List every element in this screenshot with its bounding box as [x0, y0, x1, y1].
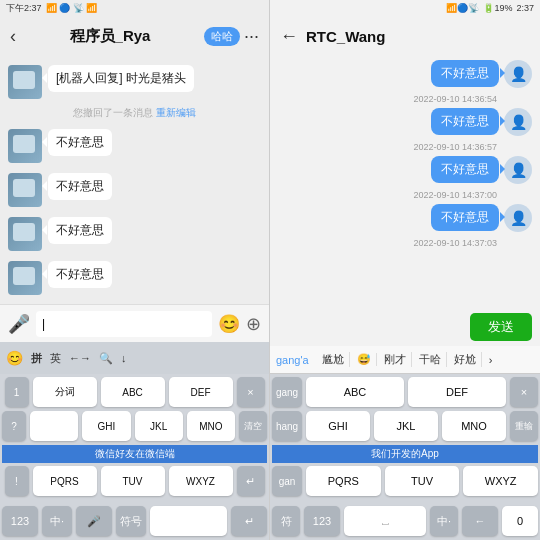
r-key-pqrs[interactable]: PQRS — [306, 466, 381, 496]
kb-row-3: ! PQRS TUV WXYZ ↵ — [2, 466, 267, 496]
r-key-abc[interactable]: ABC — [306, 377, 404, 407]
r-key-wxyz[interactable]: WXYZ — [463, 466, 538, 496]
left-chat-title: 程序员_Rya — [16, 27, 204, 46]
message-bubble: 不好意思 — [48, 129, 112, 156]
key-mno[interactable]: MNO — [187, 411, 235, 441]
kb-toolbar: 😊 拼 英 ←→ 🔍 ↓ — [0, 342, 269, 374]
message-bubble: 不好意思 — [48, 217, 112, 244]
kb-bottom-row: 123 中· 🎤 符号 ↵ — [0, 503, 269, 540]
key-empty[interactable] — [30, 411, 78, 441]
key-ghi[interactable]: GHI — [82, 411, 130, 441]
key-123[interactable]: 123 — [2, 506, 38, 536]
avatar: 👤 — [504, 60, 532, 88]
avatar — [8, 65, 42, 99]
message-timestamp: 2022-09-10 14:36:54 — [278, 94, 532, 104]
recall-notice: 您撤回了一条消息 重新编辑 — [0, 104, 269, 124]
key-q[interactable]: ? — [2, 411, 26, 441]
key-lang[interactable]: 中· — [42, 506, 72, 536]
table-row: [机器人回复] 时光是猪头 — [0, 60, 269, 104]
right-signal: 📶🔵📡 — [446, 3, 479, 13]
key-def[interactable]: DEF — [169, 377, 233, 407]
key-1[interactable]: 1 — [5, 377, 29, 407]
r-key-jkl[interactable]: JKL — [374, 411, 438, 441]
re-edit-link[interactable]: 重新编辑 — [156, 107, 196, 118]
message-bubble: [机器人回复] 时光是猪头 — [48, 65, 194, 92]
suggestion-ganha[interactable]: 干哈 — [414, 352, 447, 367]
key-exclaim[interactable]: ! — [5, 466, 29, 496]
kb-toolbar-search[interactable]: 🔍 — [99, 352, 113, 365]
left-tip-row: 微信好友在微信端 — [2, 445, 267, 463]
r-key-reset[interactable]: 重输 — [510, 411, 538, 441]
r-key-lang[interactable]: 中· — [430, 506, 458, 536]
right-chat-header: ← RTC_Wang — [270, 16, 540, 54]
key-clear[interactable]: 清空 — [239, 411, 267, 441]
table-row: 不好意思 — [0, 124, 269, 168]
kb-toolbar-pinyin[interactable]: 拼 — [31, 351, 42, 366]
suggestion-gangcai[interactable]: 刚才 — [379, 352, 412, 367]
suggestion-haoga[interactable]: 好尬 — [449, 352, 482, 367]
r-key-sym[interactable]: 符 — [272, 506, 300, 536]
kb-toolbar-down[interactable]: ↓ — [121, 352, 127, 364]
avatar: 👤 — [504, 108, 532, 136]
suggestion-ganga[interactable]: 尴尬 — [317, 352, 350, 367]
avatar — [8, 217, 42, 251]
right-status-time: 2:37 — [516, 3, 534, 13]
key-space[interactable] — [150, 506, 227, 536]
table-row: 不好意思 — [0, 256, 269, 300]
suggestion-emoji[interactable]: 😅 — [352, 353, 377, 366]
kb-toolbar-move[interactable]: ←→ — [69, 352, 91, 364]
kb-toolbar-emoji[interactable]: 😊 — [6, 350, 23, 366]
message-timestamp: 2022-09-10 14:37:00 — [278, 190, 532, 200]
send-button[interactable]: 发送 — [470, 313, 532, 341]
key-wxyz[interactable]: WXYZ — [169, 466, 233, 496]
message-input[interactable] — [36, 311, 212, 337]
r-key-backspace[interactable]: × — [510, 377, 538, 407]
message-bubble: 不好意思 — [48, 173, 112, 200]
key-sym[interactable]: 符号 — [116, 506, 146, 536]
haha-bubble[interactable]: 哈哈 — [204, 27, 240, 46]
key-return[interactable]: ↵ — [231, 506, 267, 536]
avatar — [8, 129, 42, 163]
right-kb-row-3: gan PQRS TUV WXYZ — [272, 466, 538, 496]
key-abc[interactable]: ABC — [101, 377, 165, 407]
r-key-enter[interactable]: ← — [462, 506, 498, 536]
left-status-time: 下午2:37 — [6, 2, 42, 15]
left-messages-list: [机器人回复] 时光是猪头 您撤回了一条消息 重新编辑 不好意思 不好意思 — [0, 54, 269, 304]
table-row: 不好意思 👤 — [278, 204, 532, 232]
right-back-icon[interactable]: ← — [280, 26, 298, 47]
r-key-ghi[interactable]: GHI — [306, 411, 370, 441]
message-bubble: 不好意思 — [48, 261, 112, 288]
key-pqrs[interactable]: PQRS — [33, 466, 97, 496]
r-key-tuv[interactable]: TUV — [385, 466, 460, 496]
suggestion-more[interactable]: › — [484, 354, 498, 366]
table-row: 不好意思 👤 — [278, 60, 532, 88]
key-mic[interactable]: 🎤 — [76, 506, 112, 536]
key-jkl[interactable]: JKL — [135, 411, 183, 441]
r-key-123[interactable]: 123 — [304, 506, 340, 536]
key-tuv[interactable]: TUV — [101, 466, 165, 496]
key-fen-ci[interactable]: 分词 — [33, 377, 97, 407]
message-timestamp: 2022-09-10 14:37:03 — [278, 238, 532, 248]
avatar: 👤 — [504, 156, 532, 184]
add-icon[interactable]: ⊕ — [246, 313, 261, 335]
table-row: 不好意思 — [0, 212, 269, 256]
avatar — [8, 261, 42, 295]
r-key-def[interactable]: DEF — [408, 377, 506, 407]
r-key-zero[interactable]: 0 — [502, 506, 538, 536]
kb-toolbar-english[interactable]: 英 — [50, 351, 61, 366]
more-icon[interactable]: ··· — [244, 26, 259, 47]
emoji-icon[interactable]: 😊 — [218, 313, 240, 335]
key-enter[interactable]: ↵ — [237, 466, 265, 496]
message-timestamp: 2022-09-10 14:36:57 — [278, 142, 532, 152]
message-bubble-out: 不好意思 — [431, 156, 499, 183]
r-key-gan[interactable]: gan — [272, 466, 302, 496]
key-backspace[interactable]: × — [237, 377, 265, 407]
voice-icon[interactable]: 🎤 — [8, 313, 30, 335]
r-key-hang[interactable]: hang — [272, 411, 302, 441]
r-key-gang[interactable]: gang — [272, 377, 302, 407]
r-key-mno[interactable]: MNO — [442, 411, 506, 441]
r-key-space[interactable]: ⎵ — [344, 506, 426, 536]
kb-row-2: ? GHI JKL MNO 清空 — [2, 411, 267, 441]
kb-row-1: 1 分词 ABC DEF × — [2, 377, 267, 407]
message-bubble-out: 不好意思 — [431, 108, 499, 135]
